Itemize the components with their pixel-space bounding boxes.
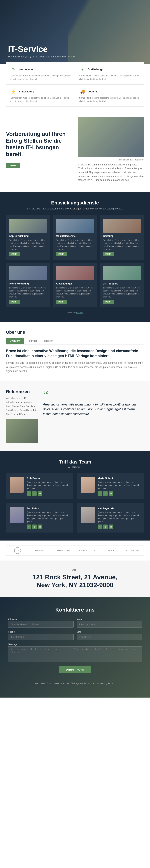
phone-input[interactable] [8, 634, 73, 640]
uber-text: Sample text. Click to select the text bo… [6, 361, 144, 373]
ref-image [6, 419, 38, 443]
team-card-bob: Bob Braun Quae sint rerum bonorum instit… [6, 473, 73, 499]
tab-mission[interactable]: Mission [40, 338, 57, 344]
about-section: Vorbereitung auf Ihren Erfolg Stellen Si… [0, 107, 150, 192]
grafik-title: Grafikdesign [88, 68, 103, 71]
service-card-werbe: ✎ Werbetexten Sample text. Click to sele… [6, 62, 75, 85]
social-in-nat[interactable]: in [109, 525, 113, 529]
hero-section: IT-Service Wir liefern ausgelagert für k… [0, 0, 150, 64]
ref-right: “ Amet luctus venenatis lectus magna fri… [43, 389, 144, 416]
tab-founder[interactable]: Founder [24, 338, 40, 344]
team-name-jon: Jon Reich [27, 507, 69, 510]
hero-subtitle: Wir liefern ausgelagert für kleine und m… [8, 55, 76, 58]
logo-0: RH [6, 546, 29, 556]
dev-card-0-btn[interactable]: MEHR [9, 252, 20, 256]
dev-card-0-title: App-Entwicklung [9, 235, 47, 238]
team-info-nat: Nat Reynolds Quae sint rerum bonorum ins… [98, 507, 141, 529]
ort-label: Ort [6, 568, 144, 571]
ref-list: Wir haben bereits 15 zufriedengabe an, d… [6, 396, 38, 416]
dev-card-3-btn[interactable]: MEHR [9, 300, 20, 304]
team-name-bob: Bob Braun [27, 477, 69, 480]
dev-card-5: 24/7-Support Sample text. Click to selec… [100, 263, 144, 307]
message-input[interactable] [8, 646, 142, 662]
date-input[interactable] [77, 634, 142, 640]
team-title: Triff das Team [6, 459, 144, 465]
tab-overview[interactable]: Overview [6, 338, 24, 344]
team-name-nat: Nat Reynolds [98, 507, 141, 510]
social-tw-jon[interactable]: t [32, 525, 37, 529]
social-fb-nat[interactable]: f [98, 525, 102, 529]
social-tw-bob[interactable]: t [32, 491, 37, 496]
dev-card-2-btn[interactable]: MEHR [103, 252, 114, 256]
social-fb-jon[interactable]: f [27, 525, 31, 529]
social-tw-nat[interactable]: t [103, 525, 108, 529]
dev-footer-link[interactable]: Erstellt [76, 311, 83, 314]
about-image [78, 117, 144, 157]
entw-title: Entwicklung [19, 90, 34, 93]
referenz-section: Referenzen Wir haben bereits 15 zufriede… [0, 381, 150, 451]
ref-title: Referenzen [6, 389, 38, 394]
entw-icon: ⚡ [10, 88, 17, 95]
about-right: Bestplatziertes Programm In mollis nisi … [78, 117, 144, 182]
hamburger-icon[interactable]: ☰ [143, 3, 146, 7]
about-title: Vorbereitung auf Ihren Erfolg Stellen Si… [6, 131, 72, 157]
team-desc-maria: Quae sint rerum bonorum instituta atd ut… [98, 481, 141, 490]
social-row-nat: f t in [98, 525, 141, 529]
name-input[interactable] [77, 621, 142, 627]
social-tw-maria[interactable]: t [103, 491, 108, 496]
logo-5: Sunshine [121, 546, 144, 556]
team-info-bob: Bob Braun Quae sint rerum bonorum instit… [27, 477, 69, 496]
service-card-logistik: 🚚 Logistik Sample text. Click to select … [75, 85, 144, 106]
werbe-text: Sample text. Click to select the text bo… [10, 74, 71, 81]
dev-card-4-btn[interactable]: MEHR [56, 300, 67, 304]
social-row-bob: f t in [27, 491, 69, 496]
dev-card-1-btn[interactable]: MEHR [56, 252, 67, 256]
dev-services-title: Entwicklungsdienste [6, 200, 144, 206]
dev-card-5-text: Sample text. Click to select the text. C… [103, 286, 141, 298]
social-in-maria[interactable]: in [109, 491, 113, 496]
team-desc-jon: Quae sint rerum bonorum instituta atd ut… [27, 511, 69, 523]
ref-left: Referenzen Wir haben bereits 15 zufriede… [6, 389, 38, 443]
werbe-icon: ✎ [10, 66, 17, 72]
team-section: Triff das Team Wir bei Erstellt Bob Brau… [0, 451, 150, 540]
name-label: Name [77, 618, 142, 620]
submit-button[interactable]: SUBMIT FORM [59, 666, 91, 673]
quote-text: Amet luctus venenatis lectus magna fring… [43, 402, 144, 416]
dev-card-4-text: Sample text. Click to select the text. C… [56, 286, 94, 298]
dev-card-4: Anwendungen Sample text. Click to select… [53, 263, 97, 307]
dev-card-3-text: Sample text. Click to select the text. C… [9, 286, 47, 298]
logo-4: CLASSIC [98, 546, 121, 556]
logistik-text: Sample text. Click to select the text bo… [79, 96, 140, 103]
social-fb-maria[interactable]: f [98, 491, 102, 496]
social-in-jon[interactable]: in [38, 525, 42, 529]
hero-content: IT-Service Wir liefern ausgelagert für k… [8, 44, 76, 58]
contact-section: Kontaktiere uns Address Name Phone Date … [0, 597, 150, 698]
date-label: Date [77, 630, 142, 633]
contact-content: Kontaktiere uns Address Name Phone Date … [8, 607, 142, 687]
dev-card-3-title: Teamerweiterung [9, 282, 47, 285]
grafik-text: Sample text. Click to select the text bo… [79, 74, 140, 81]
dev-card-5-title: 24/7-Support [103, 282, 141, 285]
ref-layout: Referenzen Wir haben bereits 15 zufriede… [6, 389, 144, 443]
about-left: Vorbereitung auf Ihren Erfolg Stellen Si… [6, 131, 72, 168]
uber-section: Über uns Overview Founder Mission Brave … [0, 322, 150, 381]
social-in-bob[interactable]: in [38, 491, 42, 496]
dev-card-3: Teamerweiterung Sample text. Click to se… [6, 263, 50, 307]
about-more-button[interactable]: MEHR [6, 163, 21, 168]
footer-text: sample text. Click to select the text bo… [8, 679, 142, 687]
logistik-icon: 🚚 [79, 88, 86, 95]
team-info-jon: Jon Reich Quae sint rerum bonorum instit… [27, 507, 69, 529]
social-fb-bob[interactable]: f [27, 491, 31, 496]
hero-illustration [68, 0, 150, 64]
dev-card-5-btn[interactable]: MEHR [103, 300, 114, 304]
dev-services-subtitle: Sample text. Click to select the text bo… [6, 207, 144, 210]
dev-services-section: Entwicklungsdienste Sample text. Click t… [0, 192, 150, 322]
address-input[interactable] [8, 621, 73, 627]
logos-row: RH BRANDT BURNTYME INFORMATICS CLASSIC S… [6, 546, 144, 556]
form-group-message: Message [8, 643, 142, 662]
dev-card-2: Beratung Sample text. Click to select th… [100, 215, 144, 260]
dev-cards-grid: App-Entwicklung Sample text. Click to se… [6, 215, 144, 307]
team-name-maria: Maria Schmidt [98, 477, 141, 480]
uber-heading: Brave ist eine innovative Weblösung, die… [6, 348, 144, 359]
social-row-jon: f t in [27, 525, 69, 529]
